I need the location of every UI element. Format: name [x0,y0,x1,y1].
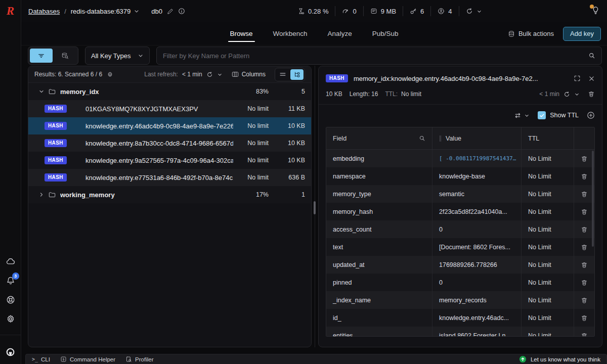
field-ttl[interactable]: No Limit [522,185,574,203]
hash-field-row[interactable]: text [Document: 8602 Fores... No Limit [326,238,594,256]
show-ttl-checkbox[interactable] [538,111,546,119]
refresh-icon[interactable] [206,71,213,78]
tab-workbench[interactable]: Workbench [273,22,308,45]
key-search-input[interactable] [163,52,583,60]
delete-field-trash-icon[interactable] [574,150,594,167]
profiler-button[interactable]: Profiler [125,356,153,362]
delete-field-trash-icon[interactable] [574,327,594,337]
hash-field-row[interactable]: id_ knowledge.entry.46adc... No Limit [326,309,594,327]
chevron-down-icon[interactable] [38,192,45,198]
key-list-row[interactable]: HASH knowledge.entry.46adc4b9-0c98-4ae9-… [28,117,311,134]
field-ttl[interactable]: No Limit [522,327,574,337]
search-by-values-button[interactable] [54,49,77,63]
panel-resize-handle[interactable] [314,201,316,214]
chevron-down-icon[interactable] [574,92,580,97]
key-list-row[interactable]: HASH knowledge.entry.9a527565-797a-4c09-… [28,152,311,169]
key-list-row[interactable]: HASH 01KGASY8MQ7K8XYJGTMXAEX3PV No limit… [28,100,311,117]
delete-field-trash-icon[interactable] [574,167,594,185]
search-icon[interactable] [588,52,595,59]
edit-pencil-icon[interactable] [167,8,174,15]
key-list-row[interactable]: working_memory 17% 1 [28,186,311,203]
format-selector[interactable] [514,112,530,119]
field-value[interactable]: 0 [432,274,522,291]
settings-gear-icon[interactable] [6,314,15,324]
info-icon[interactable] [178,8,185,15]
field-value[interactable]: 1769889266.778266 [432,256,522,274]
chevron-down-icon[interactable] [38,88,45,95]
hash-field-row[interactable]: access_count 0 No Limit [326,220,594,238]
list-settings-gear-icon[interactable] [107,71,113,78]
hash-field-row[interactable]: embedding [ -0.00811719987541437… No Lim… [326,150,594,167]
database-selector[interactable]: redis-database:6379 [71,8,140,15]
field-ttl[interactable]: No Limit [522,291,574,309]
field-ttl[interactable]: No Limit [522,256,574,274]
github-icon[interactable] [6,347,15,357]
field-ttl[interactable]: No Limit [522,203,574,220]
key-type-select[interactable]: All Key Types [85,47,150,65]
field-value[interactable]: memory_records [432,291,522,309]
field-value[interactable]: knowledge.entry.46adc... [432,309,522,327]
field-value[interactable]: [ -0.00811719987541437… [432,150,522,167]
cli-button[interactable]: >_ CLI [32,356,50,362]
list-view-button[interactable] [276,69,289,80]
close-icon[interactable] [588,75,595,82]
show-ttl-toggle[interactable]: Show TTL [538,111,579,119]
key-list-row[interactable]: memory_idx 83% 5 [28,83,311,100]
tab-pubsub[interactable]: Pub/Sub [372,22,399,45]
redis-logo-icon[interactable]: R [7,5,14,17]
breadcrumb-databases-link[interactable]: Databases [28,8,60,15]
field-value[interactable]: 0 [432,220,522,238]
hash-field-row[interactable]: namespace knowledge-base No Limit [326,167,594,185]
tree-view-button[interactable] [290,69,304,80]
delete-field-trash-icon[interactable] [574,256,594,274]
delete-field-trash-icon[interactable] [574,291,594,309]
field-ttl[interactable]: No Limit [522,220,574,238]
field-ttl[interactable]: No Limit [522,238,574,256]
field-value[interactable]: [Document: 8602 Fores... [432,238,522,256]
delete-field-trash-icon[interactable] [574,185,594,203]
field-value[interactable]: semantic [432,185,522,203]
key-list-row[interactable]: HASH knowledge.entry.8a7b30cc-0dc8-4714-… [28,134,311,152]
hash-field-row[interactable]: updated_at 1769889266.778266 No Limit [326,256,594,274]
field-search-icon[interactable] [419,135,425,142]
field-value[interactable]: knowledge-base [432,167,522,185]
hash-field-row[interactable]: memory_hash 2f23ca5d8f22a41040a... No Li… [326,203,594,220]
column-resize-handle[interactable] [440,135,441,142]
field-ttl[interactable]: No Limit [522,274,574,291]
table-scrollbar[interactable] [592,151,594,247]
delete-field-trash-icon[interactable] [574,238,594,256]
field-ttl[interactable]: No Limit [522,167,574,185]
feedback-button[interactable]: Let us know what you think [519,355,600,363]
delete-field-trash-icon[interactable] [574,203,594,220]
field-ttl[interactable]: No Limit [522,150,574,167]
hash-field-row[interactable]: _index_name memory_records No Limit [326,291,594,309]
columns-button[interactable]: Columns [232,71,266,78]
cloud-icon[interactable] [6,257,15,266]
overview-refresh[interactable] [459,6,489,16]
tab-browse[interactable]: Browse [230,22,253,45]
insights-lightbulb-button[interactable] [591,6,600,16]
delete-key-trash-icon[interactable] [588,90,595,98]
add-key-button[interactable]: Add key [563,27,601,41]
notifications-bell-icon[interactable]: 3 [6,276,15,285]
command-helper-button[interactable]: Command Helper [60,356,115,362]
delete-field-trash-icon[interactable] [574,274,594,291]
field-ttl[interactable]: No Limit [522,309,574,327]
add-field-plus-icon[interactable] [587,111,595,119]
filter-by-pattern-button[interactable] [30,49,53,63]
key-list-row[interactable]: HASH knowledge.entry.e77531a6-846b-492f-… [28,169,311,186]
hash-field-row[interactable]: entities island 8602 Forester Ln No Limi… [326,327,594,337]
delete-field-trash-icon[interactable] [574,220,594,238]
chevron-down-icon[interactable] [217,72,223,77]
bulk-actions-button[interactable]: Bulk actions [508,30,554,37]
delete-field-trash-icon[interactable] [574,309,594,327]
refresh-icon[interactable] [563,91,570,98]
hash-field-row[interactable]: memory_type semantic No Limit [326,185,594,203]
help-center-icon[interactable] [6,295,15,304]
field-value[interactable]: island 8602 Forester Ln [432,327,522,337]
ttl-value[interactable]: No limit [401,90,421,98]
expand-icon[interactable] [574,75,581,82]
tab-analyze[interactable]: Analyze [328,22,352,45]
field-value[interactable]: 2f23ca5d8f22a41040a... [432,203,522,220]
hash-field-row[interactable]: pinned 0 No Limit [326,274,594,291]
